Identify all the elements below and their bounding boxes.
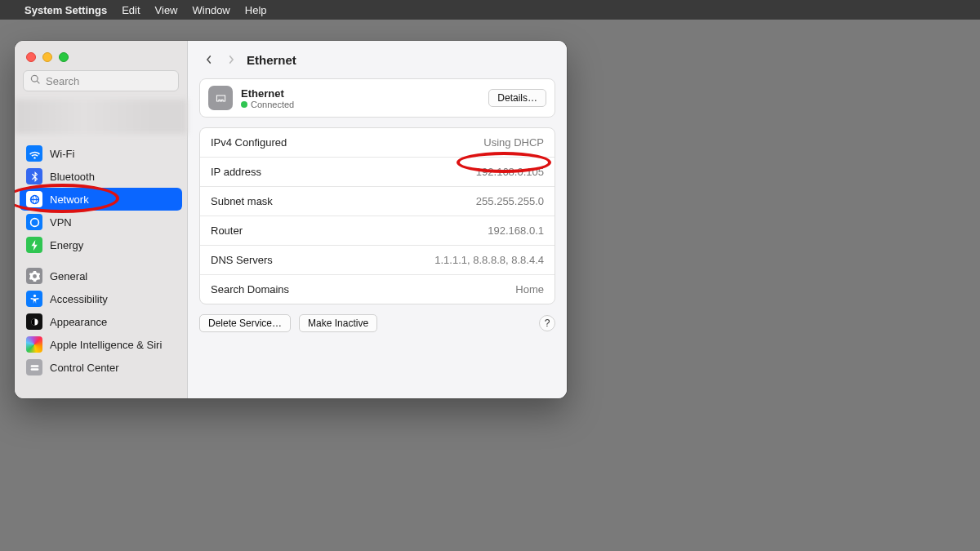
sidebar-item-label: Accessibility [50, 293, 108, 305]
close-window-button[interactable] [26, 52, 36, 62]
row-subnet: Subnet mask 255.255.255.0 [200, 187, 555, 216]
actions-row: Delete Service… Make Inactive ? [199, 314, 555, 332]
sidebar-item-vpn[interactable]: VPN [20, 211, 182, 233]
details-button[interactable]: Details… [488, 89, 546, 107]
account-section-blurred [15, 100, 187, 134]
sidebar-item-wifi[interactable]: Wi-Fi [20, 142, 182, 165]
sidebar-item-label: Control Center [50, 362, 119, 374]
ip-address-value: 192.168.0.105 [476, 166, 544, 178]
search-input[interactable]: Search [23, 70, 179, 91]
ethernet-icon [208, 86, 233, 110]
sidebar-item-label: VPN [50, 216, 72, 229]
sidebar-list: Wi-Fi Bluetooth Network VPN Energy [15, 140, 187, 398]
main-header: Ethernet [188, 41, 567, 78]
svg-rect-3 [30, 368, 38, 370]
svg-point-0 [33, 294, 35, 296]
sidebar-item-bluetooth[interactable]: Bluetooth [20, 165, 182, 188]
energy-icon [26, 237, 42, 253]
sidebar-item-label: Network [50, 193, 89, 206]
sidebar-item-label: Bluetooth [50, 171, 95, 183]
status-dot-icon [241, 101, 247, 108]
row-dns: DNS Servers 1.1.1.1, 8.8.8.8, 8.8.4.4 [200, 246, 555, 275]
sidebar-item-label: Energy [50, 239, 83, 251]
row-ipv4: IPv4 Configured Using DHCP [200, 128, 555, 158]
network-details-panel: IPv4 Configured Using DHCP IP address 19… [199, 127, 555, 304]
siri-icon [26, 336, 42, 353]
sidebar-item-siri[interactable]: Apple Intelligence & Siri [20, 333, 182, 356]
accessibility-icon [26, 291, 42, 307]
menu-view[interactable]: View [155, 4, 178, 16]
menu-edit[interactable]: Edit [122, 4, 140, 16]
sidebar-item-label: Wi-Fi [50, 148, 74, 160]
page-title: Ethernet [247, 53, 296, 67]
bluetooth-icon [26, 168, 42, 184]
network-icon [26, 191, 42, 207]
traffic-lights [15, 41, 187, 70]
sidebar-item-accessibility[interactable]: Accessibility [20, 287, 182, 310]
minimize-window-button[interactable] [42, 52, 52, 62]
connection-card: Ethernet Connected Details… [199, 78, 555, 118]
menu-window[interactable]: Window [193, 4, 230, 16]
settings-window: Search Wi-Fi Bluetooth Network [15, 41, 567, 398]
sidebar-item-appearance[interactable]: Appearance [20, 310, 182, 333]
vpn-icon [26, 214, 42, 230]
make-inactive-button[interactable]: Make Inactive [299, 314, 377, 332]
sidebar-item-energy[interactable]: Energy [20, 233, 182, 256]
zoom-window-button[interactable] [59, 52, 69, 62]
control-center-icon [26, 359, 42, 375]
svg-rect-2 [30, 365, 38, 367]
main-pane: Ethernet Ethernet Connected Details… [188, 41, 567, 398]
search-icon [30, 74, 41, 87]
wifi-icon [26, 145, 42, 162]
search-placeholder: Search [46, 75, 79, 87]
delete-service-button[interactable]: Delete Service… [199, 314, 291, 332]
sidebar-item-label: Appearance [50, 316, 107, 328]
sidebar-item-label: Apple Intelligence & Siri [50, 339, 162, 351]
row-search-domains: Search Domains Home [200, 275, 555, 304]
sidebar-item-label: General [50, 270, 87, 282]
menu-app-name[interactable]: System Settings [24, 4, 107, 16]
forward-button[interactable] [224, 49, 238, 70]
sidebar-item-control-center[interactable]: Control Center [20, 356, 182, 379]
menu-help[interactable]: Help [245, 4, 267, 16]
sidebar-item-general[interactable]: General [20, 264, 182, 287]
gear-icon [26, 268, 42, 284]
menubar: System Settings Edit View Window Help [0, 0, 980, 20]
appearance-icon [26, 313, 42, 330]
row-ip-address: IP address 192.168.0.105 [200, 158, 555, 187]
sidebar: Search Wi-Fi Bluetooth Network [15, 41, 188, 398]
connection-status: Connected [241, 100, 480, 109]
help-button[interactable]: ? [539, 315, 555, 331]
sidebar-item-network[interactable]: Network [20, 188, 182, 211]
connection-name: Ethernet [241, 87, 480, 100]
back-button[interactable] [201, 49, 216, 70]
row-router: Router 192.168.0.1 [200, 216, 555, 246]
